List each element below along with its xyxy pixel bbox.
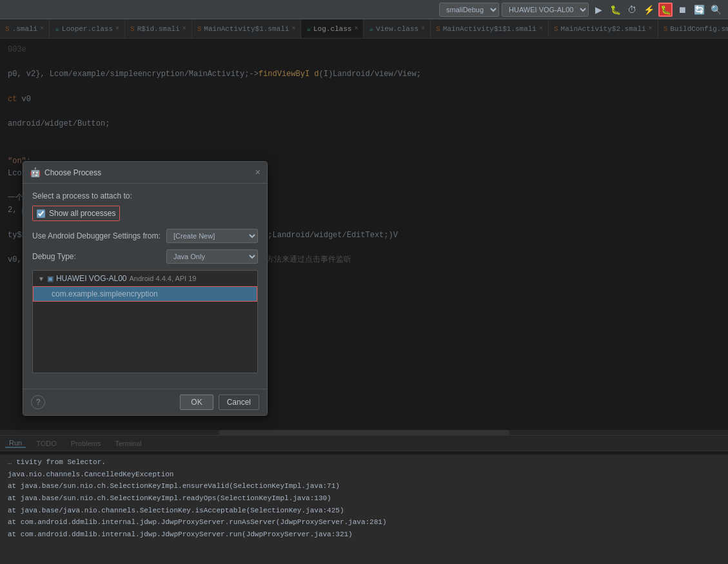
show-all-processes-checkbox[interactable] (37, 209, 45, 218)
bottom-activity-line: … tivity from Selector. (8, 456, 720, 469)
debug-button[interactable]: 🐛 (608, 3, 622, 17)
bottom-stack-line-2: at java.base/sun.nio.ch.SelectionKeyImpl… (8, 480, 720, 492)
run-button[interactable]: ▶ (591, 3, 605, 17)
bottom-activity-text: tivity from Selector. (16, 458, 106, 466)
device-icon: ▣ (47, 275, 54, 283)
show-all-processes-label[interactable]: Show all processes (49, 209, 115, 218)
device-select[interactable]: HUAWEI VOG-AL00 (502, 3, 589, 17)
android-icon: 🤖 (30, 167, 41, 178)
debugger-settings-label: Use Android Debugger Settings from: (32, 231, 161, 240)
choose-process-dialog: 🤖 Choose Process × Select a process to a… (23, 161, 268, 416)
process-tree[interactable]: ▼ ▣ HUAWEI VOG-AL00 Android 4.4.4, API 1… (32, 270, 258, 373)
cancel-button[interactable]: Cancel (219, 394, 259, 410)
dialog-close-button[interactable]: × (255, 168, 261, 178)
bottom-stack-line-6: at com.android.ddmlib.internal.jdwp.Jdwp… (8, 529, 720, 541)
debugger-settings-select[interactable]: [Create New] (166, 229, 258, 243)
bottom-panel: Run TODO Problems Terminal … tivity from… (0, 435, 728, 564)
dialog-subtitle: Select a process to attach to: (32, 191, 258, 200)
bottom-stack-line-5: at com.android.ddmlib.internal.jdwp.Jdwp… (8, 516, 720, 529)
search-everywhere-button[interactable]: 🔍 (709, 3, 723, 17)
toolbar-right: smaliDebug HUAWEI VOG-AL00 ▶ 🐛 ⏱ ⚡ 🐛 ⏹ 🔄… (439, 3, 723, 17)
debug-type-label: Debug Type: (32, 252, 161, 261)
debug-config-select[interactable]: smaliDebug (439, 3, 499, 17)
show-all-processes-row: Show all processes (32, 206, 120, 221)
dialog-title: Choose Process (44, 168, 251, 177)
ok-button[interactable]: OK (180, 394, 213, 410)
device-api: Android 4.4.4, API 19 (130, 275, 197, 282)
device-name: HUAWEI VOG-AL00 (56, 274, 127, 283)
dialog-footer: ? OK Cancel (23, 389, 267, 415)
bottom-stack-line-4: at java.base/java.nio.channels.Selection… (8, 505, 720, 517)
process-name: com.example.simpleencryption (52, 289, 158, 298)
dialog-body: Select a process to attach to: Show all … (23, 184, 267, 389)
debug-type-row: Debug Type: Java Only (32, 249, 258, 264)
toolbar: smaliDebug HUAWEI VOG-AL00 ▶ 🐛 ⏱ ⚡ 🐛 ⏹ 🔄… (0, 0, 728, 19)
tree-expand-icon[interactable]: ▼ (38, 275, 44, 282)
bottom-stack-line-1: java.nio.channels.CancelledKeyException (8, 469, 720, 481)
attach-debugger-button[interactable]: 🐛 (658, 3, 673, 17)
help-button[interactable]: ? (31, 395, 45, 409)
process-row[interactable]: com.example.simpleencryption (33, 286, 257, 302)
bottom-content: … tivity from Selector. java.nio.channel… (0, 451, 728, 546)
sync-button[interactable]: 🔄 (692, 3, 706, 17)
debugger-settings-row: Use Android Debugger Settings from: [Cre… (32, 229, 258, 243)
debug-type-select[interactable]: Java Only (166, 249, 258, 264)
bottom-stack-line-3: at java.base/sun.nio.ch.SelectionKeyImpl… (8, 492, 720, 505)
bottom-activity-prefix: … (8, 458, 12, 466)
profile-button[interactable]: ⚡ (642, 3, 656, 17)
dialog-title-bar: 🤖 Choose Process × (23, 162, 267, 184)
coverage-button[interactable]: ⏱ (625, 3, 639, 17)
stop-button[interactable]: ⏹ (675, 3, 689, 17)
device-row: ▼ ▣ HUAWEI VOG-AL00 Android 4.4.4, API 1… (33, 271, 257, 286)
